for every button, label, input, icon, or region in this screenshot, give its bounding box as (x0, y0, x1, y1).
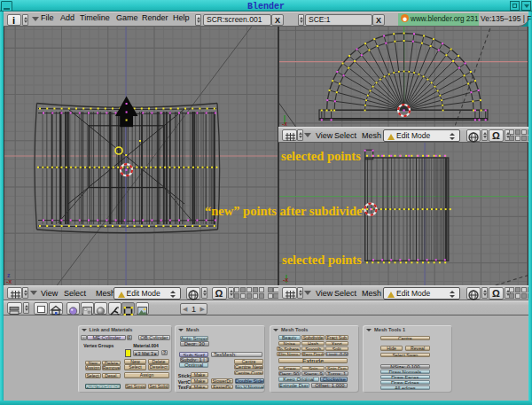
svg-text:z: z (7, 272, 11, 278)
svg-text:-x: -x (283, 276, 288, 283)
svg-text:-x: -x (6, 278, 12, 284)
svg-text:-x: -x (282, 121, 287, 127)
